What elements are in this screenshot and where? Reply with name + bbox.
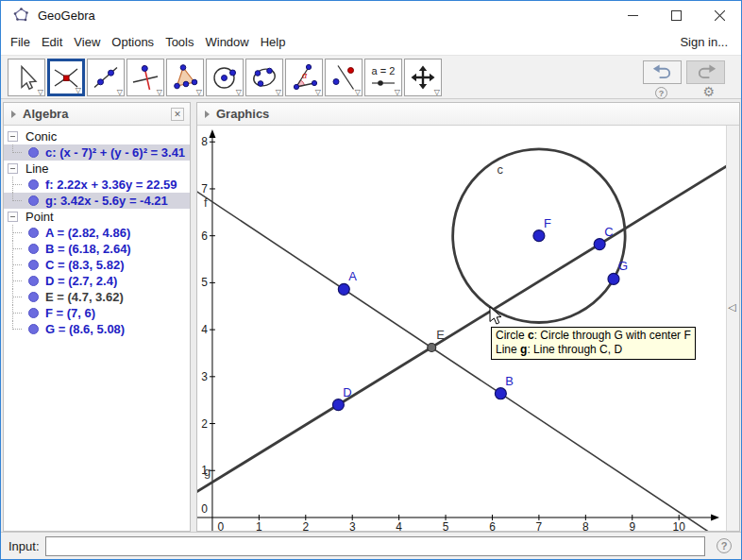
menu-options[interactable]: Options [106, 31, 160, 53]
tool-dropdown-icon[interactable]: ▽ [38, 89, 43, 96]
move-graphics-view-icon [409, 63, 437, 92]
point-A[interactable] [338, 283, 349, 295]
undo-button[interactable] [643, 60, 682, 84]
command-input[interactable] [45, 536, 705, 556]
algebra-item[interactable]: D = (2.7, 2.4) [4, 273, 190, 289]
menu-file[interactable]: File [5, 31, 36, 53]
panel-collapse-triangle-icon[interactable] [205, 110, 210, 118]
visibility-toggle-icon[interactable] [28, 292, 39, 302]
visibility-toggle-icon[interactable] [28, 244, 39, 254]
tool-angle[interactable]: α ▽ [285, 59, 323, 96]
point-F[interactable] [533, 230, 545, 242]
algebra-item[interactable]: F = (7, 6) [4, 305, 190, 321]
minimize-button[interactable] [611, 2, 654, 29]
tool-dropdown-icon[interactable]: ▽ [395, 89, 400, 96]
collapse-minus-icon[interactable] [8, 212, 18, 222]
point-G[interactable] [608, 273, 619, 284]
tool-dropdown-icon[interactable]: ▽ [434, 89, 440, 96]
point-E[interactable] [428, 343, 436, 351]
tool-line[interactable]: ▽ [87, 59, 125, 96]
algebra-item[interactable]: g: 3.42x - 5.6y = -4.21 [4, 193, 190, 209]
algebra-item[interactable]: G = (8.6, 5.08) [4, 321, 190, 337]
collapse-minus-icon[interactable] [8, 163, 18, 174]
tool-dropdown-icon[interactable]: ▽ [157, 89, 162, 96]
tool-slider[interactable]: a = 2 ▽ [364, 59, 402, 96]
sign-in-link[interactable]: Sign in... [680, 35, 741, 49]
line-label-g: g [204, 465, 211, 479]
svg-text:α: α [302, 71, 308, 80]
x-tick-label: 9 [629, 520, 635, 531]
minimize-icon [628, 10, 638, 21]
tool-perpendicular-line[interactable]: ▽ [126, 59, 164, 96]
algebra-group-line[interactable]: Line [4, 161, 190, 177]
visibility-toggle-icon[interactable] [28, 195, 39, 206]
algebra-item[interactable]: B = (6.18, 2.64) [4, 241, 190, 257]
point-B[interactable] [495, 388, 506, 399]
visibility-toggle-icon[interactable] [28, 276, 39, 286]
point-C[interactable] [594, 239, 605, 250]
line-label-f: f [204, 195, 208, 210]
point-label-G: G [618, 259, 628, 273]
algebra-item[interactable]: c: (x - 7)² + (y - 6)² = 3.41 [4, 144, 190, 161]
x-tick-label: 1 [256, 520, 262, 531]
tool-move-graphics-view[interactable]: ▽ [404, 59, 442, 96]
panel-collapse-triangle-icon[interactable] [11, 110, 16, 118]
redo-button[interactable] [686, 60, 725, 84]
tool-intersect[interactable]: ▽ [47, 59, 85, 96]
close-button[interactable] [698, 2, 741, 29]
tool-conic-through-points[interactable]: ▽ [245, 59, 283, 96]
y-tick-label: 7 [201, 182, 208, 195]
tool-dropdown-icon[interactable]: ▽ [76, 87, 81, 94]
algebra-close-icon[interactable]: ✕ [171, 108, 184, 121]
visibility-toggle-icon[interactable] [28, 179, 39, 190]
graphics-canvas[interactable]: 012345678910012345678fgcABCDEFG Circle c… [197, 126, 726, 531]
input-label: Input: [8, 539, 40, 553]
title-bar: GeoGebra [1, 1, 741, 29]
visibility-toggle-icon[interactable] [28, 147, 39, 158]
algebra-item[interactable]: f: 2.22x + 3.36y = 22.59 [4, 177, 190, 193]
main-area: Algebra ✕ Conicc: (x - 7)² + (y - 6)² = … [1, 99, 741, 532]
tool-circle-with-center[interactable]: ▽ [206, 59, 244, 96]
menu-edit[interactable]: Edit [36, 31, 68, 53]
menu-help[interactable]: Help [255, 31, 292, 53]
menu-view[interactable]: View [68, 31, 106, 53]
tool-move[interactable]: ▽ [8, 59, 45, 96]
algebra-item-label: f: 2.22x + 3.36y = 22.59 [45, 178, 177, 192]
toolbar-help-icon[interactable]: ? [655, 87, 667, 99]
tool-dropdown-icon[interactable]: ▽ [355, 89, 361, 96]
algebra-item[interactable]: C = (8.3, 5.82) [4, 257, 190, 273]
visibility-toggle-icon[interactable] [28, 308, 39, 318]
maximize-button[interactable] [654, 2, 698, 29]
menu-window[interactable]: Window [199, 31, 254, 53]
visibility-toggle-icon[interactable] [28, 324, 39, 334]
tool-dropdown-icon[interactable]: ▽ [276, 89, 281, 96]
algebra-item-label: D = (2.7, 2.4) [45, 274, 117, 288]
line-f[interactable] [197, 189, 726, 531]
input-help-icon[interactable]: ? [717, 538, 732, 553]
algebra-item[interactable]: A = (2.82, 4.86) [4, 225, 190, 241]
algebra-group-conic[interactable]: Conic [4, 128, 190, 144]
algebra-item-label: G = (8.6, 5.08) [45, 322, 125, 336]
graphics-panel: Graphics 012345678910012345678fgcABCDEFG… [196, 102, 740, 532]
point-D[interactable] [332, 399, 344, 411]
tool-dropdown-icon[interactable]: ▽ [117, 89, 123, 96]
algebra-item[interactable]: E = (4.7, 3.62) [4, 289, 190, 305]
tool-reflect[interactable]: ▽ [325, 59, 363, 96]
tool-polygon[interactable]: ▽ [166, 59, 204, 96]
collapse-minus-icon[interactable] [8, 131, 18, 142]
x-tick-label: 5 [443, 520, 449, 531]
y-tick-label: 2 [201, 417, 208, 431]
mouse-cursor-icon [489, 306, 502, 326]
algebra-group-point[interactable]: Point [4, 209, 190, 225]
panel-expand-left-icon[interactable]: ◁ [728, 301, 735, 314]
y-tick-label: 8 [201, 135, 208, 148]
x-tick-label: 6 [489, 520, 496, 531]
tool-dropdown-icon[interactable]: ▽ [196, 89, 202, 96]
visibility-toggle-icon[interactable] [28, 260, 39, 270]
input-bar: Input: ? [1, 532, 741, 559]
visibility-toggle-icon[interactable] [28, 228, 39, 238]
tool-dropdown-icon[interactable]: ▽ [315, 89, 321, 96]
menu-tools[interactable]: Tools [160, 31, 199, 53]
tool-dropdown-icon[interactable]: ▽ [236, 89, 242, 96]
toolbar-settings-gear-icon[interactable]: ⚙ [702, 84, 715, 99]
